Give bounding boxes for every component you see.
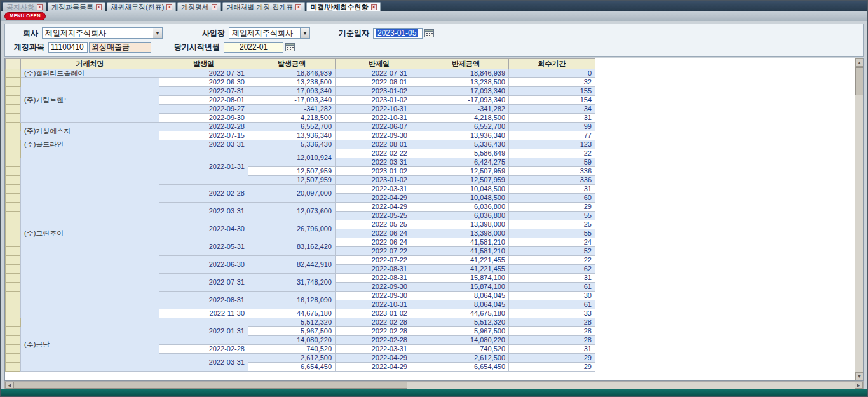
row-selector-cell[interactable] <box>6 131 21 140</box>
settle-amount-cell[interactable]: 10,048,500 <box>423 194 509 203</box>
row-selector-cell[interactable] <box>6 78 21 87</box>
occur-date-cell[interactable]: 2022-08-31 <box>159 292 248 309</box>
company-select[interactable]: 제일제지주식회사 ▼ <box>42 27 163 39</box>
vertical-scrollbar[interactable]: ▲ ▼ <box>855 58 863 380</box>
occur-date-cell[interactable]: 2022-07-15 <box>159 131 248 140</box>
collect-days-cell[interactable]: 123 <box>509 140 595 149</box>
collect-days-cell[interactable]: 155 <box>509 87 595 96</box>
collect-days-cell[interactable]: 336 <box>509 176 595 185</box>
settle-amount-cell[interactable]: 14,080,220 <box>423 336 509 345</box>
settle-date-cell[interactable]: 2022-10-31 <box>336 105 423 114</box>
menu-open-button[interactable]: MENU OPEN <box>4 12 46 20</box>
occur-amount-cell[interactable]: 12,507,959 <box>248 176 336 185</box>
settle-date-cell[interactable]: 2023-01-02 <box>336 167 423 176</box>
settle-amount-cell[interactable]: -18,846,939 <box>423 69 509 78</box>
settle-date-cell[interactable]: 2023-01-02 <box>336 176 423 185</box>
occur-date-cell[interactable]: 2022-04-30 <box>159 220 248 238</box>
occur-date-cell[interactable]: 2022-06-30 <box>159 256 248 274</box>
customer-name-cell[interactable]: (주)골드라인 <box>21 140 159 149</box>
settle-amount-cell[interactable]: 41,581,210 <box>423 238 509 247</box>
collect-days-cell[interactable]: 62 <box>509 265 595 274</box>
scroll-left-icon[interactable]: ◀ <box>5 382 13 389</box>
settle-amount-cell[interactable]: 15,874,100 <box>423 283 509 292</box>
settle-date-cell[interactable]: 2023-01-02 <box>336 87 423 96</box>
settle-amount-cell[interactable]: 5,512,320 <box>423 318 509 327</box>
collect-days-cell[interactable]: 0 <box>509 69 595 78</box>
row-selector-cell[interactable] <box>6 318 21 327</box>
tab-3[interactable]: 채권채무장(전표)× <box>107 2 176 11</box>
row-selector-cell[interactable] <box>6 185 21 194</box>
base-date-input[interactable]: 2023-01-05 <box>373 28 423 39</box>
row-selector-cell[interactable] <box>6 105 21 114</box>
collect-days-cell[interactable]: 154 <box>509 96 595 105</box>
collect-days-cell[interactable]: 32 <box>509 78 595 87</box>
row-selector-cell[interactable] <box>6 167 21 176</box>
settle-date-cell[interactable]: 2022-06-24 <box>336 238 423 247</box>
occur-amount-cell[interactable]: 20,097,000 <box>248 185 336 203</box>
settle-date-cell[interactable]: 2022-09-30 <box>336 131 423 140</box>
occur-amount-cell[interactable]: 4,218,500 <box>248 114 336 123</box>
settle-date-cell[interactable]: 2022-06-24 <box>336 229 423 238</box>
row-selector-cell[interactable] <box>6 69 21 78</box>
settle-amount-cell[interactable]: 8,064,045 <box>423 292 509 300</box>
collect-days-cell[interactable]: 77 <box>509 131 595 140</box>
row-selector-cell[interactable] <box>6 229 21 238</box>
period-input[interactable]: 2022-01 <box>224 42 283 53</box>
settle-date-cell[interactable]: 2022-07-22 <box>336 256 423 265</box>
row-selector-cell[interactable] <box>6 247 21 256</box>
row-selector-cell[interactable] <box>6 363 21 372</box>
settle-date-cell[interactable]: 2023-01-02 <box>336 96 423 105</box>
occur-amount-cell[interactable]: 26,796,000 <box>248 220 336 238</box>
settle-date-cell[interactable]: 2022-09-30 <box>336 283 423 292</box>
collect-days-cell[interactable]: 60 <box>509 194 595 203</box>
row-selector-cell[interactable] <box>6 283 21 292</box>
collect-days-cell[interactable]: 28 <box>509 336 595 345</box>
tab-1[interactable]: 공지사항× <box>3 2 46 11</box>
collect-days-cell[interactable]: 29 <box>509 354 595 363</box>
collect-days-cell[interactable]: 29 <box>509 203 595 212</box>
row-selector-cell[interactable] <box>6 220 21 229</box>
settle-amount-cell[interactable]: 740,520 <box>423 345 509 354</box>
tab-5[interactable]: 거래처별 계정 집계표× <box>222 2 305 11</box>
calendar-icon[interactable] <box>424 29 434 37</box>
customer-name-cell[interactable]: (주)거림트렌드 <box>21 78 159 123</box>
occur-amount-cell[interactable]: 5,967,500 <box>248 327 336 336</box>
row-selector-cell[interactable] <box>6 256 21 265</box>
settle-amount-cell[interactable]: 2,612,500 <box>423 354 509 363</box>
settle-date-cell[interactable]: 2022-04-29 <box>336 194 423 203</box>
occur-date-cell[interactable]: 2022-07-31 <box>159 87 248 96</box>
row-selector-cell[interactable] <box>6 354 21 363</box>
settle-amount-cell[interactable]: 41,221,455 <box>423 265 509 274</box>
row-selector-cell[interactable] <box>6 345 21 354</box>
settle-date-cell[interactable]: 2022-09-30 <box>336 292 423 300</box>
row-selector-cell[interactable] <box>6 327 21 336</box>
collect-days-cell[interactable]: 29 <box>509 363 595 372</box>
settle-date-cell[interactable]: 2022-08-01 <box>336 140 423 149</box>
chevron-down-icon[interactable]: ▼ <box>153 28 162 38</box>
settle-date-cell[interactable]: 2022-02-28 <box>336 336 423 345</box>
row-selector-cell[interactable] <box>6 114 21 123</box>
settle-amount-cell[interactable]: 5,336,430 <box>423 140 509 149</box>
settle-amount-cell[interactable]: 5,967,500 <box>423 327 509 336</box>
settle-date-cell[interactable]: 2022-06-07 <box>336 123 423 131</box>
collect-days-cell[interactable]: 31 <box>509 185 595 194</box>
bizplace-select[interactable]: 제일제지주식회사 ▼ <box>229 27 310 39</box>
scroll-up-icon[interactable]: ▲ <box>855 58 864 67</box>
occur-date-cell[interactable]: 2022-09-27 <box>159 105 248 114</box>
occur-date-cell[interactable]: 2022-07-31 <box>159 274 248 292</box>
settle-date-cell[interactable]: 2022-10-31 <box>336 300 423 309</box>
occur-amount-cell[interactable]: 12,073,600 <box>248 203 336 220</box>
collect-days-cell[interactable]: 24 <box>509 238 595 247</box>
collect-days-cell[interactable]: 59 <box>509 158 595 167</box>
settle-amount-cell[interactable]: 10,048,500 <box>423 185 509 194</box>
row-selector-cell[interactable] <box>6 123 21 131</box>
row-selector-cell[interactable] <box>6 274 21 283</box>
collect-days-cell[interactable]: 31 <box>509 345 595 354</box>
collect-days-cell[interactable]: 99 <box>509 123 595 131</box>
collect-days-cell[interactable]: 22 <box>509 149 595 158</box>
tab-4[interactable]: 계정명세× <box>177 2 221 11</box>
tab-close-icon[interactable]: × <box>166 4 172 10</box>
row-selector-cell[interactable] <box>6 96 21 105</box>
tab-close-icon[interactable]: × <box>371 4 377 10</box>
settle-date-cell[interactable]: 2022-07-31 <box>336 69 423 78</box>
